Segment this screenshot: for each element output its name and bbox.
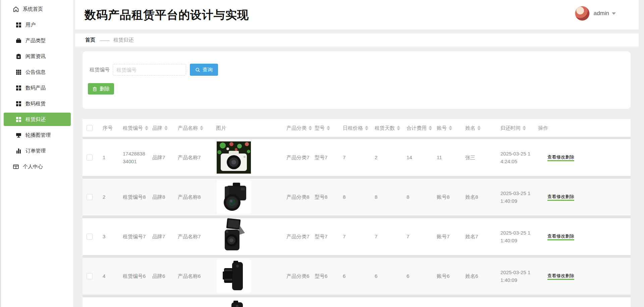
cell-account: 账号6 [434,272,463,280]
product-image [217,180,251,214]
select-all-checkbox[interactable] [87,125,93,131]
edit-button[interactable]: 修改 [556,194,566,201]
cell-return-time: 2025-03-25 11:40:09 [498,229,535,245]
bar-chart-icon [16,148,21,154]
sidebar-item-label: 公告信息 [25,69,46,75]
filter-card: 租赁编号 查询 删除 [83,51,631,109]
chevron-down-icon [612,12,616,15]
view-button[interactable]: 查看 [547,233,556,240]
breadcrumb-home[interactable]: 首页 [85,37,95,43]
cell-category: 产品分类7 [284,154,312,161]
cell-rent-days: 2 [372,154,404,161]
cell-return-time: 2025-03-25 11:40:09 [498,268,535,284]
cell-total-fee: 7 [404,233,434,240]
sidebar: 系统首页 用户 产品类型 闲置资讯 公告信息 数码产品 数码租赁 租赁归还 轮播… [0,0,74,307]
col-brand: 品牌 [150,124,175,132]
sort-icon[interactable] [365,126,368,130]
cell-seq: 2 [100,193,120,201]
table-row: 4 租赁编号6 品牌6 产品名称6 产品分类6 型号6 6 6 6 账号6 [83,258,631,295]
query-button-label: 查询 [203,67,213,73]
sort-icon[interactable] [429,126,432,130]
sidebar-item-idle-news[interactable]: 闲置资讯 [4,50,71,63]
monitor-icon [16,132,21,138]
product-image [217,141,251,174]
sidebar-item-announcements[interactable]: 公告信息 [4,65,71,79]
cell-daily-price: 7 [340,154,372,161]
table-row: 5 租赁编号5 品牌5 产品名称5 产品分类5 型号5 5 5 5 账号5 姓名… [83,297,631,307]
home-icon [13,6,19,12]
grid-dense-icon [16,69,21,75]
sort-icon[interactable] [145,126,148,130]
cell-model: 型号7 [312,154,340,161]
sidebar-item-carousel[interactable]: 轮播图管理 [4,128,71,142]
rental-no-input[interactable] [113,64,186,75]
sidebar-item-users[interactable]: 用户 [4,18,71,32]
cell-brand: 品牌7 [150,154,175,161]
sort-icon[interactable] [164,126,168,130]
delete-row-button[interactable]: 删除 [565,194,574,201]
query-button[interactable]: 查询 [190,64,218,76]
user-menu[interactable]: admin [575,6,616,21]
cell-model: 型号7 [312,233,340,240]
col-seq: 序号 [100,124,120,132]
delete-row-button[interactable]: 删除 [565,154,574,161]
cell-model: 型号8 [312,193,340,201]
sort-icon[interactable] [523,126,526,130]
col-model: 型号 [312,124,340,132]
cell-total-fee: 8 [404,193,434,201]
cell-name: 姓名6 [463,272,498,280]
cell-category: 产品分类6 [284,272,312,280]
view-button[interactable]: 查看 [547,194,556,201]
sidebar-item-rental-return[interactable]: 租赁归还 [4,113,71,126]
view-button[interactable]: 查看 [547,154,556,161]
cell-account: 账号8 [434,193,463,201]
product-image [217,259,251,293]
col-rental-no: 租赁编号 [120,124,150,132]
avatar[interactable] [575,6,590,21]
cell-brand: 品牌8 [150,193,175,201]
cell-rent-days: 8 [372,193,404,201]
sidebar-item-home[interactable]: 系统首页 [4,2,71,16]
sidebar-item-label: 用户 [25,22,36,28]
trash-icon [92,86,97,91]
sidebar-item-label: 个人中心 [23,164,43,170]
col-category: 产品分类 [284,124,312,132]
sidebar-item-label: 系统首页 [23,6,43,12]
cell-return-time: 2025-03-25 11:40:09 [498,189,535,205]
grid-icon [16,22,21,28]
cell-brand: 品牌7 [150,233,175,240]
sort-icon[interactable] [200,126,203,130]
sidebar-item-product-type[interactable]: 产品类型 [4,34,71,47]
edit-button[interactable]: 修改 [556,154,566,161]
sidebar-item-digital-products[interactable]: 数码产品 [4,81,71,95]
delete-button[interactable]: 删除 [88,83,114,95]
table-row: 3 租赁编号7 品牌7 产品名称7 产品分类7 型号7 [83,218,631,255]
sidebar-item-label: 产品类型 [25,38,46,44]
view-button[interactable]: 查看 [547,273,556,280]
cell-total-fee: 6 [404,272,434,280]
edit-button[interactable]: 修改 [556,273,566,280]
cell-brand: 品牌6 [150,272,175,280]
delete-row-button[interactable]: 删除 [565,273,574,280]
sort-icon[interactable] [449,126,452,130]
row-checkbox[interactable] [87,273,93,279]
row-checkbox[interactable] [87,155,93,161]
card-icon [13,164,19,170]
row-checkbox[interactable] [87,194,93,200]
cell-name: 姓名7 [463,233,498,240]
col-rent-days: 租赁天数 [372,124,404,132]
row-checkbox[interactable] [87,234,93,240]
sidebar-item-profile[interactable]: 个人中心 [4,160,71,173]
sort-icon[interactable] [397,126,400,130]
col-daily-price: 日租价格 [340,124,372,132]
col-actions: 操作 [535,124,631,132]
sidebar-item-digital-rental[interactable]: 数码租赁 [4,97,71,110]
sort-icon[interactable] [327,126,330,130]
sort-icon[interactable] [477,126,481,130]
edit-button[interactable]: 修改 [556,233,566,240]
sidebar-item-orders[interactable]: 订单管理 [4,144,71,158]
cell-rental-no: 租赁编号8 [120,193,150,201]
delete-row-button[interactable]: 删除 [565,233,574,240]
sort-icon[interactable] [309,126,312,130]
cell-product-name: 产品名称7 [175,233,213,240]
